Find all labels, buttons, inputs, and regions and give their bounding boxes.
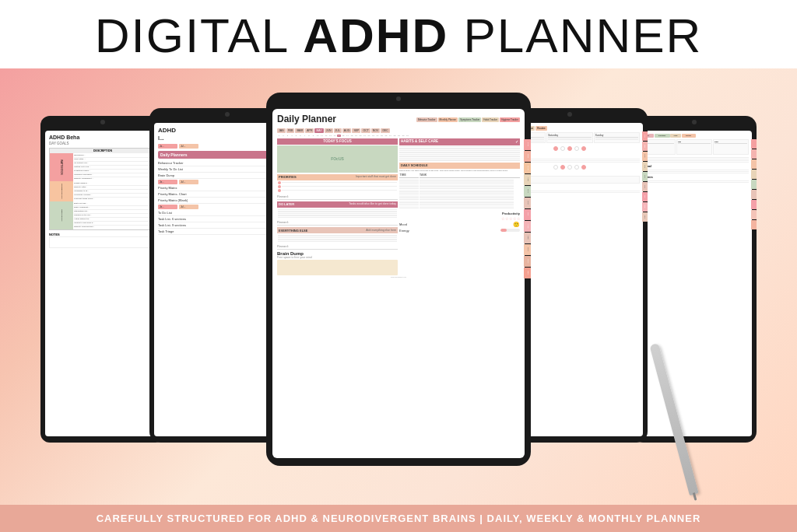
rw-tab-routine[interactable]: Routine <box>535 126 546 131</box>
do-later-section: DO LATER Tasks would also like to get do… <box>277 201 398 220</box>
side-tab-oct[interactable]: OCT <box>524 244 531 255</box>
camera-right <box>567 112 572 117</box>
time-col-label: TIME <box>399 173 419 178</box>
far-right-side-tab3[interactable] <box>751 159 757 169</box>
tablet-left: ADHD Beha DAY GOALS DESCRIPTION INATTENT… <box>40 116 165 443</box>
side-tab-sep[interactable]: SEP <box>524 233 531 243</box>
focus-content: FOcUS <box>277 145 398 173</box>
side-tab-apr[interactable]: APR <box>524 174 531 185</box>
right-tab-5[interactable]: MAY <box>642 172 648 181</box>
right-tab-1[interactable]: JAN <box>642 131 648 141</box>
behavior-title: ADHD Beha <box>49 135 156 140</box>
everything-else-label: EVERYTHING ELSE <box>279 229 307 233</box>
mood-row: Mood 🙂 <box>399 222 520 228</box>
far-right-side-tab7[interactable] <box>751 200 757 209</box>
priorities-sublabel: Important stuff that must get done <box>356 175 396 179</box>
month-jun[interactable]: JUN <box>325 128 333 133</box>
side-tab-may[interactable]: MAY <box>524 186 531 197</box>
reward-2: Reward: <box>277 219 398 225</box>
camera-left <box>100 120 105 124</box>
planner-two-col: TODAY'S FOCUS FOcUS PRIORITIES <box>277 138 520 276</box>
right-tab-8[interactable]: AUG <box>642 202 648 212</box>
side-tab-feb[interactable]: FEB <box>524 151 531 162</box>
circle-4 <box>574 146 579 151</box>
brain-dump-subtitle: Free space to free your mind <box>277 256 398 259</box>
far-right-side-tab4[interactable] <box>751 170 757 179</box>
far-right-personal: Personal <box>640 165 749 168</box>
todays-focus-section: TODAY'S FOCUS FOcUS <box>277 138 398 173</box>
far-right-side-tab2[interactable] <box>751 149 757 159</box>
circle-1 <box>553 146 558 151</box>
title-bold: ADHD <box>303 9 448 62</box>
far-right-tab2[interactable]: Symptoms <box>655 134 670 138</box>
page-title: DIGITAL ADHD PLANNER <box>0 9 797 62</box>
side-tab-jan[interactable]: JAN <box>524 139 531 150</box>
circle-10 <box>581 165 586 170</box>
month-aug[interactable]: AUG <box>342 128 352 133</box>
far-right-side-tab1[interactable] <box>751 139 757 149</box>
far-right-tabs: Weekly Symptoms Voice Routine <box>640 134 749 138</box>
side-tab-aug[interactable]: AUG <box>524 221 531 232</box>
inattention-label: INATTENTION <box>50 153 73 181</box>
month-may[interactable]: MAY <box>314 128 323 133</box>
circle-8 <box>567 165 572 170</box>
right-tab-9[interactable]: SEP <box>642 212 648 222</box>
circle-2 <box>560 146 565 151</box>
schedule-sublabel: Figure when your tasks are going to get … <box>399 169 520 173</box>
productivity-label: Productivity <box>399 212 520 215</box>
far-right-side-tab8[interactable] <box>751 210 757 219</box>
right-tab-6[interactable]: JUN <box>642 182 648 191</box>
do-later-header: DO LATER Tasks would also like to get do… <box>277 201 398 208</box>
far-right-cell2: Sat <box>676 139 712 155</box>
header: DIGITAL ADHD PLANNER <box>0 0 797 68</box>
month-mar[interactable]: MAR <box>295 128 304 133</box>
camera-center-main <box>396 96 401 101</box>
planner-right-col: HABITS & SELF CARE ✓ <box>399 138 520 276</box>
far-right-side-tab5[interactable] <box>751 180 757 189</box>
habits-header: HABITS & SELF CARE ✓ <box>399 138 520 145</box>
month-jul[interactable]: JUL <box>334 128 342 133</box>
task-col-label: TASK <box>420 173 514 178</box>
title-part2: PLANNER <box>448 9 702 62</box>
priorities-header: PRIORITIES Important stuff that must get… <box>277 174 398 180</box>
far-right-side-tab9[interactable] <box>751 220 757 229</box>
productivity-stars: ☆ ☆ ☆ ☆ ☆ <box>399 216 520 221</box>
side-tab-nov[interactable]: NOV <box>524 256 531 267</box>
circle-9 <box>574 165 579 170</box>
right-tab-3[interactable]: MAR <box>642 152 648 161</box>
side-tab-mar[interactable]: MAR <box>524 163 531 173</box>
far-right-side-tab6[interactable] <box>751 190 757 199</box>
metrics-section: Productivity ☆ ☆ ☆ ☆ ☆ <box>399 212 520 233</box>
do-later-content <box>277 208 398 220</box>
side-tab-jun[interactable]: JUN <box>524 198 531 208</box>
side-tab-jul[interactable]: JUL <box>524 209 531 220</box>
far-right-tab4[interactable]: Routine <box>682 134 696 138</box>
month-feb[interactable]: FEB <box>286 128 295 133</box>
month-apr[interactable]: APR <box>305 128 314 133</box>
behavior-screen: ADHD Beha DAY GOALS DESCRIPTION INATTENT… <box>45 131 160 252</box>
rw-cell-sunday: Sunday <box>594 132 640 144</box>
energy-row: Energy <box>399 229 520 233</box>
right-tab-2[interactable]: FEB <box>642 142 648 151</box>
month-sep[interactable]: SEP <box>352 128 360 133</box>
footer: CAREFULLY STRUCTURED FOR ADHD & NEURODIV… <box>0 505 797 532</box>
circle-5 <box>581 146 586 151</box>
daily-schedule-section: DAILY SCHEDULE Figure when your tasks ar… <box>399 163 520 208</box>
far-right-side-tabs <box>751 139 757 229</box>
energy-label: Energy <box>399 229 409 233</box>
far-right-tab3[interactable]: Voice <box>670 134 681 138</box>
right-tab-7[interactable]: JUL <box>642 192 648 201</box>
far-right-admin: r & Admin <box>640 176 749 179</box>
month-jan[interactable]: JAN <box>277 128 286 133</box>
month-oct[interactable]: OCT <box>361 128 370 133</box>
month-dec[interactable]: DEC <box>381 128 389 133</box>
hyperactivity-label: HYPERACTIVITY <box>50 181 73 201</box>
rw-saturday-header: Saturday <box>548 134 591 138</box>
priorities-section: PRIORITIES Important stuff that must get… <box>277 174 398 194</box>
everything-else-section: EVERYTHING ELSE Add everything else here <box>277 227 398 243</box>
month-nov[interactable]: NOV <box>371 128 381 133</box>
schedule-rows <box>399 179 520 208</box>
side-tab-dec[interactable]: DEC <box>524 268 531 278</box>
right-tab-4[interactable]: APR <box>642 162 648 171</box>
mood-icon: 🙂 <box>513 222 520 228</box>
